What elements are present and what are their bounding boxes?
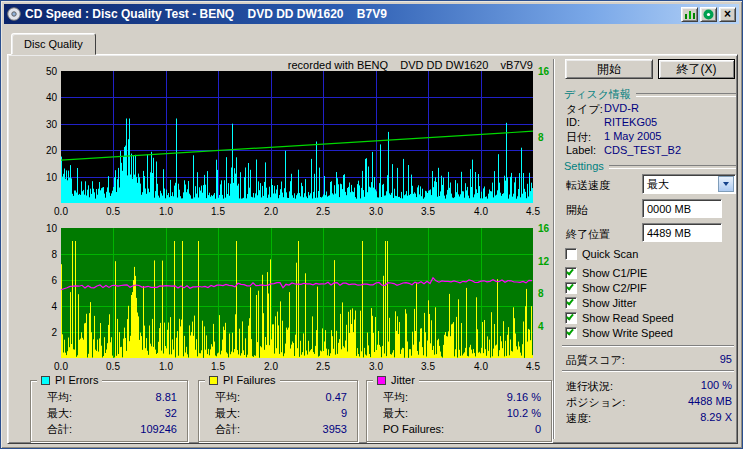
- x-axis-tick: 4.5: [518, 361, 548, 372]
- checkbox-label: Show C2/PIF: [582, 282, 647, 294]
- y-axis-tick: 30: [25, 119, 57, 130]
- legend-swatch: [377, 376, 386, 385]
- y-axis-tick: 40: [25, 92, 57, 103]
- close-button[interactable]: ×: [719, 7, 736, 22]
- start-position-input[interactable]: [642, 199, 722, 218]
- transfer-speed-select[interactable]: 最大: [642, 174, 736, 194]
- disc-button[interactable]: [700, 7, 717, 22]
- stat-row: 最大:32: [31, 405, 187, 421]
- x-axis-tick: 1.0: [151, 206, 181, 217]
- y-axis-right-tick: 16: [538, 223, 549, 234]
- y-axis-tick: 20: [25, 145, 57, 156]
- tab-disc-quality[interactable]: Disc Quality: [11, 33, 96, 55]
- stat-row: 最大:9: [199, 405, 357, 421]
- y-axis-tick: 8: [25, 249, 57, 260]
- x-axis-tick: 2.5: [308, 206, 338, 217]
- x-axis-tick: 3.0: [361, 206, 391, 217]
- stat-label: 合計:: [215, 421, 240, 437]
- stat-value: 109246: [140, 421, 177, 437]
- speed-value: 8.29 X: [700, 411, 732, 423]
- end-position-input[interactable]: [642, 223, 722, 242]
- stat-label: 合計:: [47, 421, 72, 437]
- legend-swatch: [41, 376, 50, 385]
- stat-value: 9: [341, 405, 347, 421]
- x-axis-tick: 3.5: [413, 206, 443, 217]
- start-button[interactable]: 開始: [565, 59, 653, 79]
- checkbox-show-c1-pie[interactable]: Show C1/PIE: [565, 266, 647, 280]
- settings-header: Settings: [564, 160, 736, 172]
- disc-info-header: ディスク情報: [564, 87, 736, 102]
- quality-score-value: 95: [720, 353, 732, 365]
- stat-row: PO Failures:0: [367, 421, 551, 437]
- checkbox-box[interactable]: [565, 282, 577, 294]
- checkbox-box[interactable]: [565, 267, 577, 279]
- side-panel: 開始 終了(X) ディスク情報 タイプ:DVD-RID:RITEKG05日付:1…: [560, 57, 738, 443]
- checkbox-show-write-speed[interactable]: Show Write Speed: [565, 326, 673, 340]
- checkbox-box[interactable]: [565, 297, 577, 309]
- y-axis-tick: 6: [25, 275, 57, 286]
- panel-separator: [553, 59, 555, 439]
- quality-score-label: 品質スコア:: [566, 353, 625, 368]
- checkbox-box[interactable]: [565, 312, 577, 324]
- stat-value: 10.2 %: [507, 405, 541, 421]
- stat-value: 8.81: [156, 389, 177, 405]
- titlebar-buttons: ×: [681, 7, 736, 22]
- stat-value: 32: [165, 405, 177, 421]
- exit-button[interactable]: 終了(X): [658, 59, 735, 79]
- disc-info-label: タイプ:: [566, 102, 603, 117]
- chart-icon: [685, 10, 695, 19]
- stat-row: 最大:10.2 %: [367, 405, 551, 421]
- x-axis-tick: 4.0: [466, 206, 496, 217]
- dropdown-button[interactable]: [718, 176, 734, 192]
- disc-info-value: DVD-R: [604, 102, 639, 114]
- stat-row: 平均:9.16 %: [367, 389, 551, 405]
- x-axis-tick: 0.0: [46, 361, 76, 372]
- close-icon: ×: [724, 8, 731, 20]
- check-icon: [566, 313, 574, 321]
- checkbox-show-jitter[interactable]: Show Jitter: [565, 296, 636, 310]
- position-value: 4488 MB: [688, 395, 732, 407]
- window-title: CD Speed : Disc Quality Test - BENQ DVD …: [25, 7, 677, 21]
- checkbox-show-read-speed[interactable]: Show Read Speed: [565, 311, 674, 325]
- separator: [562, 345, 734, 347]
- chart-button[interactable]: [681, 7, 698, 22]
- y-axis-tick: 10: [25, 172, 57, 183]
- stat-box-jitter: Jitter平均:9.16 %最大:10.2 %PO Failures:0: [366, 380, 552, 442]
- stat-label: PO Failures:: [383, 421, 444, 437]
- y-axis-tick: 10: [25, 223, 57, 234]
- check-icon: [566, 298, 574, 306]
- checkbox-label: Show C1/PIE: [582, 267, 647, 279]
- checkbox-label: Show Read Speed: [582, 312, 674, 324]
- transfer-speed-value: 最大: [643, 177, 717, 192]
- pi-errors-chart: [61, 71, 533, 203]
- check-icon: [566, 283, 574, 291]
- checkbox-show-c2-pif[interactable]: Show C2/PIF: [565, 281, 647, 295]
- transfer-speed-label: 転送速度: [566, 178, 610, 193]
- y-axis-right-tick: 4: [538, 321, 544, 332]
- stat-box-legend: PI Failures: [205, 373, 280, 387]
- checkbox-box[interactable]: [565, 327, 577, 339]
- y-axis-right-tick: 16: [538, 66, 549, 77]
- x-axis-tick: 2.5: [308, 361, 338, 372]
- x-axis-tick: 1.5: [203, 206, 233, 217]
- stat-box-pi-failures: PI Failures平均:0.47最大:9合計:3953: [198, 380, 358, 442]
- stat-box-title: PI Failures: [223, 374, 276, 386]
- checkbox-label: Show Write Speed: [582, 327, 673, 339]
- app-window: CD Speed : Disc Quality Test - BENQ DVD …: [0, 0, 743, 449]
- stat-row: 平均:8.81: [31, 389, 187, 405]
- stat-row: 合計:109246: [31, 421, 187, 437]
- x-axis-tick: 3.5: [413, 361, 443, 372]
- x-axis-tick: 1.5: [203, 361, 233, 372]
- progress-label: 進行状況:: [566, 379, 613, 394]
- checkbox-quick-scan[interactable]: Quick Scan: [565, 247, 638, 261]
- stat-box-title: PI Errors: [55, 374, 98, 386]
- stat-value: 3953: [323, 421, 347, 437]
- stat-label: 最大:: [215, 405, 240, 421]
- titlebar[interactable]: CD Speed : Disc Quality Test - BENQ DVD …: [4, 4, 739, 24]
- y-axis-tick: 50: [25, 66, 57, 77]
- tab-page: recorded with BENQ DVD DD DW1620 vB7V9 開…: [7, 54, 738, 444]
- settings-header-text: Settings: [564, 160, 604, 172]
- stat-label: 最大:: [383, 405, 408, 421]
- end-position-label: 終了位置: [566, 227, 610, 242]
- checkbox-box[interactable]: [565, 248, 577, 260]
